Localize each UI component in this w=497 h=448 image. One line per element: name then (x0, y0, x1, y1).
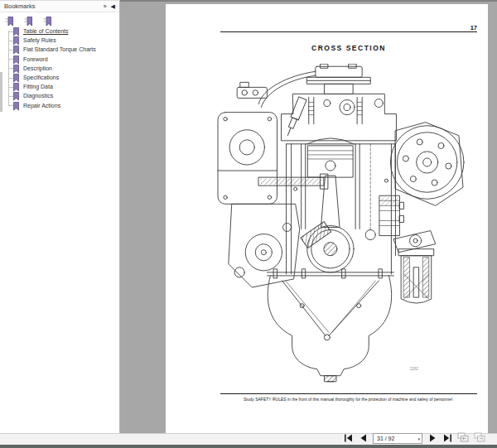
figure-code: 2262 (410, 367, 418, 371)
bookmark-label: Fitting Data (23, 84, 53, 89)
header-rule (220, 31, 477, 32)
expand-bookmark-icon[interactable] (5, 15, 14, 26)
panel-scrollbar[interactable] (0, 72, 2, 112)
bookmark-item-foreword[interactable]: Foreword (0, 55, 118, 64)
bookmark-label: Fiat Standard Torque Charts (23, 46, 96, 52)
page-number-input[interactable] (374, 434, 412, 443)
bookmark-label: Diagnostics (23, 93, 53, 99)
page-dropdown-caret-icon[interactable]: ▾ (417, 436, 420, 441)
page-title: CROSS SECTION (220, 44, 477, 52)
next-page-icon[interactable] (427, 434, 437, 443)
pdf-reader-window: Bookmarks » ◀ Table of Contents Safety (0, 0, 497, 448)
page-number: 17 (470, 24, 477, 31)
panel-collapse-icon[interactable]: ◀ (111, 3, 115, 9)
previous-view-icon[interactable] (457, 431, 469, 446)
document-page: 17 CROSS SECTION (166, 4, 488, 434)
safety-footer-text: Study SAFETY RULES in the front of this … (215, 397, 480, 402)
bookmark-label: Description (23, 65, 52, 71)
bookmark-label: Foreword (23, 56, 48, 62)
bookmark-item-diagnostics[interactable]: Diagnostics (0, 91, 118, 100)
bookmark-item-specifications[interactable]: Specifications (0, 73, 118, 82)
previous-page-icon[interactable] (358, 434, 368, 443)
panel-float-icon[interactable]: » (104, 3, 107, 9)
page-navigation-toolbar: ▾ (343, 431, 485, 445)
bookmark-label: Safety Rules (23, 37, 56, 43)
bookmark-item-table-of-contents[interactable]: Table of Contents (0, 26, 118, 36)
bookmark-options-icon[interactable] (43, 15, 52, 26)
bookmark-item-safety-rules[interactable]: Safety Rules (0, 36, 118, 45)
bookmark-label: Table of Contents (23, 28, 68, 34)
window-bottom-edge (0, 445, 497, 448)
bookmark-icon (12, 102, 20, 112)
bookmarks-panel-header: Bookmarks » ◀ (0, 1, 119, 12)
footer-rule (220, 393, 477, 394)
bookmarks-panel-title: Bookmarks (4, 2, 99, 10)
bookmark-label: Repair Actions (23, 103, 60, 108)
new-bookmark-icon[interactable] (24, 15, 33, 26)
first-page-icon[interactable] (343, 434, 353, 443)
bookmark-item-repair-actions[interactable]: Repair Actions (0, 101, 118, 110)
document-viewport[interactable]: 17 CROSS SECTION (120, 0, 497, 433)
bookmark-label: Specifications (23, 75, 59, 80)
bookmark-list: Table of Contents Safety Rules Fiat Stan… (0, 26, 118, 110)
page-number-box: ▾ (373, 433, 422, 444)
bookmark-item-fiat-standard-torque-charts[interactable]: Fiat Standard Torque Charts (0, 45, 118, 54)
last-page-icon[interactable] (442, 434, 452, 443)
bookmark-item-description[interactable]: Description (0, 64, 118, 73)
bookmarks-toolbar (0, 12, 119, 26)
engine-cross-section-drawing (215, 64, 466, 385)
next-view-icon[interactable] (474, 431, 485, 446)
bookmarks-panel: Bookmarks » ◀ Table of Contents Safety (0, 0, 120, 433)
bookmark-item-fitting-data[interactable]: Fitting Data (0, 82, 118, 91)
